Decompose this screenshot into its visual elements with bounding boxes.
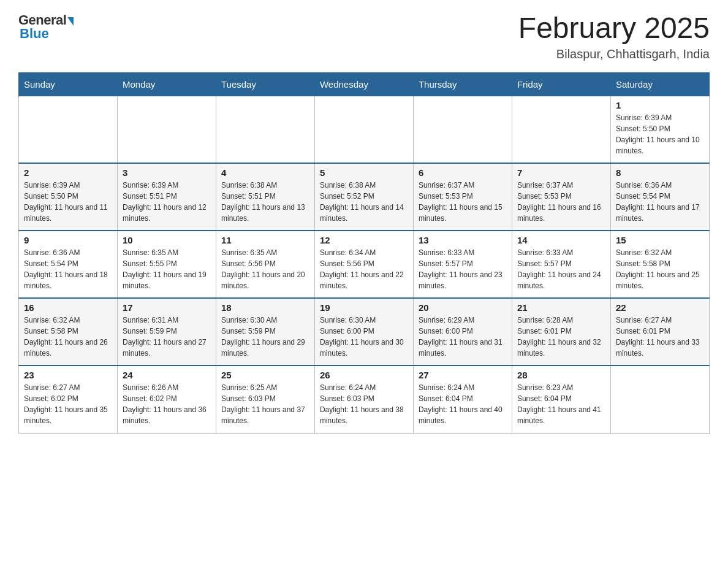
calendar-cell bbox=[117, 96, 216, 163]
sunset-text: Sunset: 6:02 PM bbox=[123, 393, 211, 404]
day-info: Sunrise: 6:30 AMSunset: 5:59 PMDaylight:… bbox=[221, 315, 309, 359]
calendar-week-row: 2Sunrise: 6:39 AMSunset: 5:50 PMDaylight… bbox=[19, 163, 710, 231]
sunrise-text: Sunrise: 6:25 AM bbox=[221, 382, 309, 393]
sunset-text: Sunset: 5:53 PM bbox=[517, 191, 605, 202]
day-info: Sunrise: 6:23 AMSunset: 6:04 PMDaylight:… bbox=[517, 382, 605, 426]
day-info: Sunrise: 6:37 AMSunset: 5:53 PMDaylight:… bbox=[517, 180, 605, 224]
calendar-cell: 15Sunrise: 6:32 AMSunset: 5:58 PMDayligh… bbox=[610, 231, 709, 298]
calendar-cell: 26Sunrise: 6:24 AMSunset: 6:03 PMDayligh… bbox=[314, 366, 413, 433]
sunset-text: Sunset: 5:59 PM bbox=[221, 326, 309, 337]
day-info: Sunrise: 6:33 AMSunset: 5:57 PMDaylight:… bbox=[419, 247, 507, 291]
day-info: Sunrise: 6:38 AMSunset: 5:51 PMDaylight:… bbox=[221, 180, 309, 224]
sunset-text: Sunset: 6:01 PM bbox=[517, 326, 605, 337]
logo: General Blue bbox=[18, 12, 74, 42]
day-number: 17 bbox=[123, 302, 211, 313]
daylight-text: Daylight: 11 hours and 38 minutes. bbox=[320, 404, 408, 426]
daylight-text: Daylight: 11 hours and 36 minutes. bbox=[123, 404, 211, 426]
day-info: Sunrise: 6:32 AMSunset: 5:58 PMDaylight:… bbox=[24, 315, 112, 359]
sunrise-text: Sunrise: 6:36 AM bbox=[616, 180, 704, 191]
sunrise-text: Sunrise: 6:32 AM bbox=[24, 315, 112, 326]
day-number: 16 bbox=[24, 302, 112, 313]
calendar-week-row: 1Sunrise: 6:39 AMSunset: 5:50 PMDaylight… bbox=[19, 96, 710, 163]
calendar-cell: 21Sunrise: 6:28 AMSunset: 6:01 PMDayligh… bbox=[512, 298, 610, 366]
day-info: Sunrise: 6:24 AMSunset: 6:04 PMDaylight:… bbox=[419, 382, 507, 426]
calendar-cell: 18Sunrise: 6:30 AMSunset: 5:59 PMDayligh… bbox=[216, 298, 314, 366]
day-number: 20 bbox=[419, 302, 507, 313]
day-number: 19 bbox=[320, 302, 408, 313]
calendar-cell: 8Sunrise: 6:36 AMSunset: 5:54 PMDaylight… bbox=[610, 163, 709, 231]
calendar-cell: 19Sunrise: 6:30 AMSunset: 6:00 PMDayligh… bbox=[314, 298, 413, 366]
daylight-text: Daylight: 11 hours and 37 minutes. bbox=[221, 404, 309, 426]
logo-blue-text: Blue bbox=[18, 26, 49, 42]
day-info: Sunrise: 6:39 AMSunset: 5:50 PMDaylight:… bbox=[616, 112, 704, 156]
daylight-text: Daylight: 11 hours and 30 minutes. bbox=[320, 337, 408, 359]
header-sunday: Sunday bbox=[19, 72, 118, 96]
calendar-cell: 10Sunrise: 6:35 AMSunset: 5:55 PMDayligh… bbox=[117, 231, 216, 298]
calendar-cell: 24Sunrise: 6:26 AMSunset: 6:02 PMDayligh… bbox=[117, 366, 216, 433]
day-info: Sunrise: 6:28 AMSunset: 6:01 PMDaylight:… bbox=[517, 315, 605, 359]
day-number: 26 bbox=[320, 370, 408, 380]
day-info: Sunrise: 6:35 AMSunset: 5:56 PMDaylight:… bbox=[221, 247, 309, 291]
month-title: February 2025 bbox=[518, 12, 710, 45]
sunset-text: Sunset: 6:04 PM bbox=[517, 393, 605, 404]
day-info: Sunrise: 6:24 AMSunset: 6:03 PMDaylight:… bbox=[320, 382, 408, 426]
sunset-text: Sunset: 5:51 PM bbox=[221, 191, 309, 202]
calendar-cell: 14Sunrise: 6:33 AMSunset: 5:57 PMDayligh… bbox=[512, 231, 610, 298]
calendar-cell: 3Sunrise: 6:39 AMSunset: 5:51 PMDaylight… bbox=[117, 163, 216, 231]
sunrise-text: Sunrise: 6:23 AM bbox=[517, 382, 605, 393]
daylight-text: Daylight: 11 hours and 10 minutes. bbox=[616, 134, 704, 156]
day-info: Sunrise: 6:33 AMSunset: 5:57 PMDaylight:… bbox=[517, 247, 605, 291]
day-info: Sunrise: 6:34 AMSunset: 5:56 PMDaylight:… bbox=[320, 247, 408, 291]
calendar-cell bbox=[512, 96, 610, 163]
sunset-text: Sunset: 6:00 PM bbox=[419, 326, 507, 337]
day-number: 7 bbox=[517, 167, 605, 178]
day-info: Sunrise: 6:25 AMSunset: 6:03 PMDaylight:… bbox=[221, 382, 309, 426]
sunset-text: Sunset: 5:59 PM bbox=[123, 326, 211, 337]
sunset-text: Sunset: 5:54 PM bbox=[24, 258, 112, 269]
sunset-text: Sunset: 5:57 PM bbox=[419, 258, 507, 269]
page-header: General Blue February 2025 Bilaspur, Chh… bbox=[18, 12, 710, 61]
daylight-text: Daylight: 11 hours and 15 minutes. bbox=[419, 202, 507, 224]
sunset-text: Sunset: 5:56 PM bbox=[221, 258, 309, 269]
day-number: 10 bbox=[123, 235, 211, 245]
sunset-text: Sunset: 5:55 PM bbox=[123, 258, 211, 269]
daylight-text: Daylight: 11 hours and 24 minutes. bbox=[517, 269, 605, 291]
sunset-text: Sunset: 5:50 PM bbox=[24, 191, 112, 202]
sunrise-text: Sunrise: 6:32 AM bbox=[616, 247, 704, 258]
location-title: Bilaspur, Chhattisgarh, India bbox=[518, 47, 710, 61]
daylight-text: Daylight: 11 hours and 41 minutes. bbox=[517, 404, 605, 426]
day-number: 6 bbox=[419, 167, 507, 178]
calendar-week-row: 9Sunrise: 6:36 AMSunset: 5:54 PMDaylight… bbox=[19, 231, 710, 298]
daylight-text: Daylight: 11 hours and 35 minutes. bbox=[24, 404, 112, 426]
calendar-table: SundayMondayTuesdayWednesdayThursdayFrid… bbox=[18, 72, 710, 434]
daylight-text: Daylight: 11 hours and 22 minutes. bbox=[320, 269, 408, 291]
calendar-cell: 6Sunrise: 6:37 AMSunset: 5:53 PMDaylight… bbox=[413, 163, 512, 231]
day-number: 11 bbox=[221, 235, 309, 245]
calendar-cell: 25Sunrise: 6:25 AMSunset: 6:03 PMDayligh… bbox=[216, 366, 314, 433]
daylight-text: Daylight: 11 hours and 25 minutes. bbox=[616, 269, 704, 291]
day-number: 4 bbox=[221, 167, 309, 178]
daylight-text: Daylight: 11 hours and 29 minutes. bbox=[221, 337, 309, 359]
sunset-text: Sunset: 6:00 PM bbox=[320, 326, 408, 337]
sunset-text: Sunset: 5:58 PM bbox=[616, 258, 704, 269]
sunset-text: Sunset: 5:51 PM bbox=[123, 191, 211, 202]
calendar-cell: 22Sunrise: 6:27 AMSunset: 6:01 PMDayligh… bbox=[610, 298, 709, 366]
sunrise-text: Sunrise: 6:24 AM bbox=[419, 382, 507, 393]
sunrise-text: Sunrise: 6:33 AM bbox=[419, 247, 507, 258]
daylight-text: Daylight: 11 hours and 12 minutes. bbox=[123, 202, 211, 224]
calendar-week-row: 23Sunrise: 6:27 AMSunset: 6:02 PMDayligh… bbox=[19, 366, 710, 433]
day-info: Sunrise: 6:30 AMSunset: 6:00 PMDaylight:… bbox=[320, 315, 408, 359]
sunrise-text: Sunrise: 6:30 AM bbox=[221, 315, 309, 326]
sunrise-text: Sunrise: 6:36 AM bbox=[24, 247, 112, 258]
calendar-cell bbox=[216, 96, 314, 163]
daylight-text: Daylight: 11 hours and 23 minutes. bbox=[419, 269, 507, 291]
calendar-cell: 16Sunrise: 6:32 AMSunset: 5:58 PMDayligh… bbox=[19, 298, 118, 366]
day-info: Sunrise: 6:36 AMSunset: 5:54 PMDaylight:… bbox=[616, 180, 704, 224]
calendar-cell bbox=[610, 366, 709, 433]
day-number: 5 bbox=[320, 167, 408, 178]
sunrise-text: Sunrise: 6:29 AM bbox=[419, 315, 507, 326]
calendar-cell: 28Sunrise: 6:23 AMSunset: 6:04 PMDayligh… bbox=[512, 366, 610, 433]
day-number: 25 bbox=[221, 370, 309, 380]
sunset-text: Sunset: 5:52 PM bbox=[320, 191, 408, 202]
sunrise-text: Sunrise: 6:31 AM bbox=[123, 315, 211, 326]
